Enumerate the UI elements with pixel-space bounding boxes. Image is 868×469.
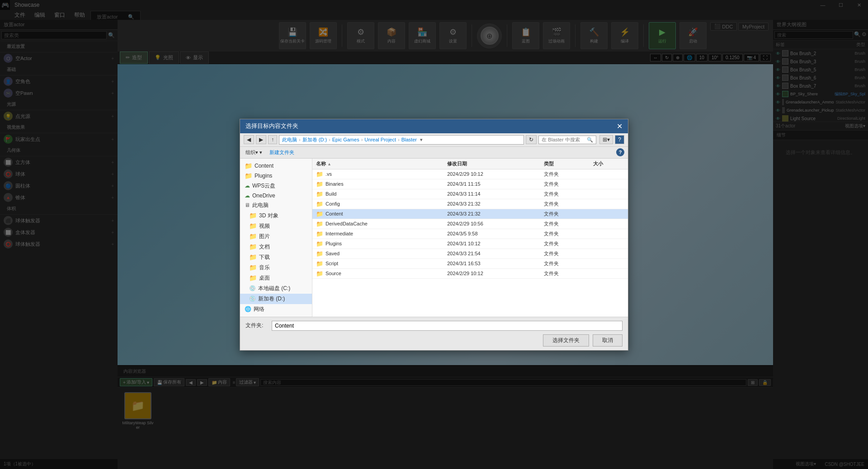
file-date-cell: 2024/3/1 10:12 (443, 239, 540, 249)
sidebar-drive-d-label: 新加卷 (D:) (258, 295, 285, 303)
dialog-body: 📁 Content 📁 Plugins ☁ WPS云盘 ☁ OneDrive 🖥 (240, 159, 628, 317)
dialog-nav-toolbar: ◀ ▶ ↑ 此电脑 › 新加卷 (D:) › Epic Games › Unre… (240, 133, 628, 147)
file-row[interactable]: 📁 Config 2024/3/3 21:32 文件夹 (312, 199, 628, 209)
dialog-footer: 文件夹: 选择文件夹 取消 (240, 317, 628, 350)
dialog-view-button[interactable]: ⊞▾ (599, 135, 613, 144)
file-date-cell: 2024/3/1 16:53 (443, 258, 540, 268)
org-dropdown-icon: ▾ (259, 150, 262, 155)
sidebar-downloads-label: 下载 (259, 253, 270, 261)
file-row[interactable]: 📁 Content 2024/3/3 21:32 文件夹 (312, 209, 628, 219)
dialog-close-button[interactable]: ✕ (617, 122, 623, 131)
file-row[interactable]: 📁 Saved 2024/3/3 21:54 文件夹 (312, 249, 628, 258)
sidebar-onedrive[interactable]: ☁ OneDrive (240, 191, 312, 200)
sidebar-onedrive-label: OneDrive (252, 192, 275, 199)
filename-input[interactable] (272, 321, 623, 331)
col-type-header[interactable]: 类型 (540, 159, 590, 169)
file-type-cell: 文件夹 (540, 258, 590, 268)
sidebar-plugins[interactable]: 📁 Plugins (240, 171, 312, 181)
file-name-cell: 📁 DerivedDataCache (312, 219, 443, 229)
folder-icon: 📁 (316, 201, 323, 207)
folder-icon: 📁 (316, 230, 323, 237)
dialog-back-button[interactable]: ◀ (244, 135, 254, 144)
sidebar-content[interactable]: 📁 Content (240, 161, 312, 171)
file-name: Saved (326, 251, 340, 256)
dialog-titlebar: 选择目标内容文件夹 ✕ (240, 119, 628, 133)
file-name-cell: 📁 Saved (312, 249, 443, 258)
file-row[interactable]: 📁 .vs 2024/2/29 10:12 文件夹 (312, 169, 628, 179)
sort-arrow: ▲ (327, 162, 331, 166)
file-type-cell: 文件夹 (540, 179, 590, 189)
file-size-cell (590, 229, 628, 239)
file-name-cell: 📁 Plugins (312, 239, 443, 249)
file-row[interactable]: 📁 Script 2024/3/1 16:53 文件夹 (312, 258, 628, 268)
file-date-cell: 2024/3/3 21:32 (443, 199, 540, 209)
file-name-cell: 📁 Binaries (312, 179, 443, 189)
sidebar-computer-label: 此电脑 (252, 202, 269, 209)
sidebar-drive-c[interactable]: 💿 本地磁盘 (C:) (240, 283, 312, 294)
folder-icon: 📁 (249, 233, 257, 240)
filename-row: 文件夹: (245, 321, 623, 331)
drive-icon: 💿 (249, 295, 256, 302)
dialog-refresh-button[interactable]: ↻ (526, 135, 537, 144)
file-row[interactable]: 📁 Plugins 2024/3/1 10:12 文件夹 (312, 239, 628, 249)
breadcrumb-epic[interactable]: Epic Games (332, 137, 359, 142)
sidebar-desktop[interactable]: 📁 桌面 (240, 273, 312, 283)
dialog-org-bar: 组织▾ ▾ 新建文件夹 ? (240, 147, 628, 159)
breadcrumb-expand-btn[interactable]: ▾ (420, 137, 423, 143)
breadcrumb-blaster[interactable]: Blaster (401, 137, 417, 142)
file-row[interactable]: 📁 DerivedDataCache 2024/2/29 10:56 文件夹 (312, 219, 628, 229)
dialog-forward-button[interactable]: ▶ (256, 135, 266, 144)
file-row[interactable]: 📁 Intermediate 2024/3/5 9:58 文件夹 (312, 229, 628, 239)
sidebar-pics[interactable]: 📁 图片 (240, 231, 312, 242)
file-type-cell: 文件夹 (540, 209, 590, 219)
sidebar-downloads[interactable]: 📁 下载 (240, 252, 312, 263)
breadcrumb-unreal[interactable]: Unreal Project (364, 137, 396, 142)
file-date-cell: 2024/3/3 21:32 (443, 209, 540, 219)
new-folder-button[interactable]: 新建文件夹 (268, 148, 296, 157)
breadcrumb-computer[interactable]: 此电脑 (282, 136, 297, 143)
folder-icon: 📁 (316, 250, 323, 257)
file-type-cell: 文件夹 (540, 249, 590, 258)
dialog-breadcrumb: 此电脑 › 新加卷 (D:) › Epic Games › Unreal Pro… (279, 135, 524, 145)
sidebar-drive-c-label: 本地磁盘 (C:) (258, 285, 290, 292)
file-table-body: 📁 .vs 2024/2/29 10:12 文件夹 📁 Binaries 202… (312, 169, 628, 278)
sidebar-video[interactable]: 📁 视频 (240, 221, 312, 231)
folder-icon: 📁 (316, 191, 323, 197)
new-folder-label: 新建文件夹 (269, 150, 294, 155)
sidebar-network[interactable]: 🌐 网络 (240, 304, 312, 314)
file-row[interactable]: 📁 Build 2024/3/3 11:14 文件夹 (312, 189, 628, 199)
sidebar-3d[interactable]: 📁 3D 对象 (240, 211, 312, 221)
sidebar-video-label: 视频 (259, 222, 270, 230)
file-row[interactable]: 📁 Binaries 2024/3/1 11:15 文件夹 (312, 179, 628, 189)
file-name: Plugins (326, 241, 342, 246)
file-type-cell: 文件夹 (540, 219, 590, 229)
organize-button[interactable]: 组织▾ ▾ (244, 148, 264, 157)
breadcrumb-drive[interactable]: 新加卷 (D:) (302, 136, 327, 143)
sidebar-docs[interactable]: 📁 文档 (240, 242, 312, 252)
file-size-cell (590, 219, 628, 229)
cancel-button[interactable]: 取消 (593, 334, 623, 347)
network-icon: 🌐 (245, 306, 251, 312)
dialog-search-input[interactable] (542, 137, 587, 142)
sidebar-computer[interactable]: 🖥 此电脑 (240, 200, 312, 211)
file-size-cell (590, 189, 628, 199)
onedrive-icon: ☁ (245, 192, 250, 199)
sidebar-content-label: Content (255, 163, 274, 169)
ok-button[interactable]: 选择文件夹 (543, 334, 589, 347)
sidebar-drive-d[interactable]: 💿 新加卷 (D:) (240, 294, 312, 304)
col-name-header[interactable]: 名称 ▲ (312, 159, 443, 169)
file-name-cell: 📁 Build (312, 189, 443, 199)
file-date-cell: 2024/3/3 21:54 (443, 249, 540, 258)
sidebar-wps[interactable]: ☁ WPS云盘 (240, 181, 312, 191)
folder-icon: 📁 (316, 171, 323, 178)
file-type-cell: 文件夹 (540, 189, 590, 199)
dialog-up-button[interactable]: ↑ (268, 135, 277, 144)
sidebar-music[interactable]: 📁 音乐 (240, 263, 312, 273)
file-type-cell: 文件夹 (540, 229, 590, 239)
dialog-help-button[interactable]: ? (615, 135, 624, 144)
help-button[interactable]: ? (616, 148, 624, 156)
file-name: Config (326, 201, 340, 206)
col-size-header[interactable]: 大小 (590, 159, 628, 169)
file-row[interactable]: 📁 Source 2024/2/29 10:12 文件夹 (312, 268, 628, 278)
col-date-header[interactable]: 修改日期 (443, 159, 540, 169)
